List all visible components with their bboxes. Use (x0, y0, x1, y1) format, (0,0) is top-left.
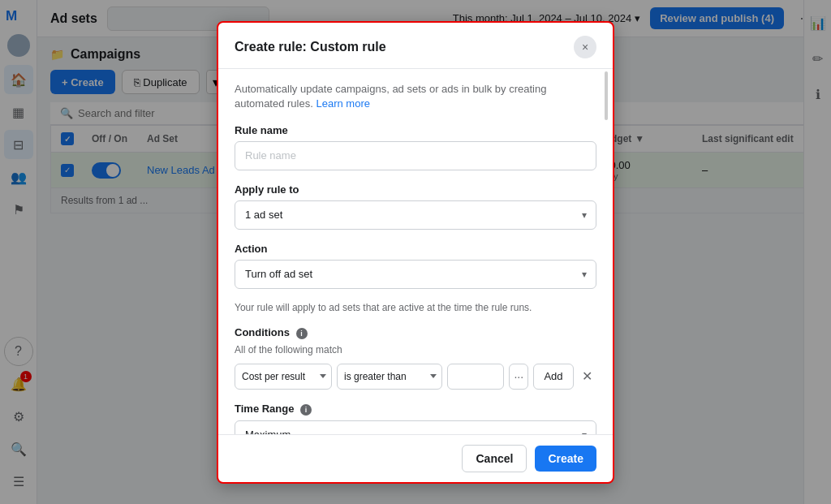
condition-value-input[interactable] (447, 364, 504, 390)
apply-rule-select-wrapper: 1 ad set ▾ (235, 200, 596, 230)
create-rule-button[interactable]: Create (535, 446, 596, 472)
action-select-wrapper: Turn off ad set ▾ (235, 260, 596, 289)
condition-dots-button[interactable]: ··· (509, 364, 528, 390)
condition-field-select[interactable]: Cost per result (235, 364, 332, 390)
modal-body: Automatically update campaigns, ad sets … (218, 69, 613, 434)
apply-rule-group: Apply rule to 1 ad set ▾ (235, 183, 596, 230)
modal-close-button[interactable]: × (574, 36, 596, 58)
modal-footer: Cancel Create (218, 434, 613, 482)
rule-name-input[interactable] (235, 141, 596, 170)
custom-rule-modal: Create rule: Custom rule × Automatically… (217, 21, 614, 484)
modal-title: Create rule: Custom rule (235, 40, 386, 54)
condition-remove-button[interactable]: ✕ (579, 365, 596, 388)
conditions-subtitle: All of the following match (235, 344, 596, 355)
time-range-label: Time Range i (235, 403, 596, 416)
modal-description: Automatically update campaigns, ad sets … (235, 82, 596, 111)
cancel-button[interactable]: Cancel (462, 445, 527, 472)
rule-notice: Your rule will apply to ad sets that are… (235, 302, 596, 313)
time-range-select[interactable]: Maximum (235, 420, 596, 434)
action-label: Action (235, 243, 596, 255)
modal-header: Create rule: Custom rule × (218, 23, 613, 69)
action-select[interactable]: Turn off ad set (235, 260, 596, 289)
rule-name-label: Rule name (235, 124, 596, 136)
conditions-label: Conditions i (235, 326, 596, 339)
conditions-info-icon[interactable]: i (296, 328, 308, 339)
scrollbar[interactable] (605, 71, 608, 433)
conditions-group: Conditions i All of the following match … (235, 326, 596, 390)
learn-more-link[interactable]: Learn more (316, 97, 369, 110)
time-range-select-wrapper: Maximum ▾ (235, 420, 596, 434)
condition-add-button[interactable]: Add (533, 364, 573, 390)
rule-name-group: Rule name (235, 124, 596, 170)
condition-operator-select[interactable]: is greater than (337, 364, 442, 390)
time-range-group: Time Range i Maximum ▾ (235, 403, 596, 434)
apply-rule-label: Apply rule to (235, 183, 596, 196)
modal-overlay: Create rule: Custom rule × Automatically… (0, 0, 831, 504)
action-group: Action Turn off ad set ▾ (235, 243, 596, 289)
apply-rule-select[interactable]: 1 ad set (235, 200, 596, 230)
condition-row: Cost per result is greater than ··· Add … (235, 364, 596, 390)
time-range-info-icon[interactable]: i (300, 404, 312, 416)
